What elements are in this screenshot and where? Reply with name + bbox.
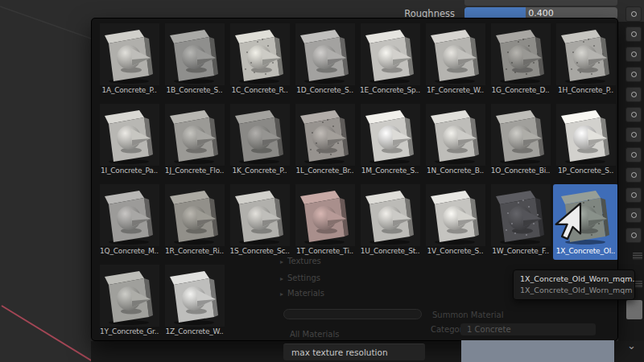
material-item[interactable]: 1P_Concrete_S..: [553, 104, 618, 184]
tooltip-title: 1X_Concrete_Old_Worn_mqm.: [520, 274, 628, 285]
material-label: 1E_Concrete_Sp..: [360, 86, 420, 94]
material-item[interactable]: 1J_Concrete_Flo..: [162, 104, 227, 184]
material-thumbnail: [556, 104, 616, 166]
section-row-textures[interactable]: ▸Textures: [280, 257, 321, 265]
decorate-dot-button[interactable]: [625, 67, 642, 82]
material-thumbnail: [361, 23, 420, 85]
material-label: 1P_Concrete_S..: [558, 167, 613, 175]
material-item[interactable]: 1N_Concrete_B..: [423, 104, 488, 184]
material-thumbnail: [165, 104, 225, 166]
material-label: 1K_Concrete_P..: [233, 167, 287, 175]
all-materials-dropdown[interactable]: All Materials: [290, 330, 339, 339]
material-item[interactable]: 1I_Concrete_Pa..: [97, 104, 162, 184]
ring-icon: [631, 72, 637, 77]
material-thumbnail: [556, 23, 616, 85]
ring-icon: [631, 132, 637, 138]
material-label: 1U_Concrete_St..: [361, 247, 420, 255]
material-label: 1B_Concrete_S..: [167, 86, 223, 94]
material-item[interactable]: 1W_Concrete_F..: [488, 184, 553, 265]
material-label: 1I_Concrete_Pa..: [101, 167, 158, 175]
material-label: 1Y_Concrete_Gr..: [100, 327, 159, 335]
chevron-down-icon[interactable]: ⌄: [627, 339, 636, 352]
decorate-dot-button[interactable]: [625, 6, 642, 22]
material-label: 1W_Concrete_F..: [492, 247, 549, 255]
decorate-dot-button[interactable]: [625, 147, 642, 162]
material-item[interactable]: 1B_Concrete_S..: [162, 23, 227, 104]
material-thumbnail: [491, 104, 551, 166]
material-item[interactable]: 1S_Concrete_Sc..: [227, 184, 292, 265]
material-thumbnail: [426, 184, 485, 246]
material-item[interactable]: 1Z_Concrete_W..: [162, 265, 227, 341]
material-item[interactable]: 1G_Concrete_D..: [488, 23, 553, 104]
material-item[interactable]: 1E_Concrete_Sp..: [357, 23, 423, 104]
panel-tab-button[interactable]: [626, 300, 642, 319]
material-label: 1A_Concrete_P..: [101, 86, 156, 94]
material-item[interactable]: 1D_Concrete_S..: [292, 23, 357, 104]
material-thumbnail: [295, 104, 355, 166]
blender-viewport: Roughness 0.400 ⌄ 1A_Concrete_P..1B_Conc…: [0, 0, 644, 362]
tooltip: 1X_Concrete_Old_Worn_mqm. 1X_Concrete_Ol…: [513, 269, 635, 300]
material-label: 1O_Concrete_Bi..: [491, 167, 551, 175]
material-thumbnail: [165, 23, 225, 85]
ring-icon: [631, 212, 637, 218]
ring-icon: [631, 112, 637, 117]
decorate-dot-button[interactable]: [625, 228, 642, 243]
material-item[interactable]: 1H_Concrete_P..: [553, 23, 618, 104]
material-item[interactable]: 1L_Concrete_Br..: [292, 104, 357, 184]
summon-material-header: Summon Material: [432, 311, 503, 319]
material-thumbnail: [491, 23, 551, 85]
material-label: 1Z_Concrete_W..: [165, 327, 223, 335]
material-item[interactable]: 1T_Concrete_Ti..: [292, 184, 357, 265]
material-item[interactable]: 1C_Concrete_R..: [227, 23, 292, 104]
category-dropdown[interactable]: 1 Concrete: [460, 323, 596, 335]
material-thumbnail: [100, 23, 159, 85]
material-item[interactable]: 1M_Concrete_S..: [357, 104, 423, 184]
material-label: 1T_Concrete_Ti..: [296, 247, 353, 255]
material-item[interactable]: 1U_Concrete_St..: [357, 184, 423, 265]
decorate-dot-button[interactable]: [625, 127, 642, 142]
decorate-dot-button[interactable]: [625, 47, 642, 62]
material-label: 1D_Concrete_S..: [296, 86, 353, 94]
decorate-dot-button[interactable]: [625, 167, 642, 183]
decorate-dot-button[interactable]: [625, 87, 642, 102]
material-thumbnail: [295, 23, 355, 85]
material-item[interactable]: 1K_Concrete_P..: [227, 104, 292, 184]
material-item[interactable]: 1A_Concrete_P..: [97, 23, 162, 104]
material-thumbnail: [295, 184, 355, 246]
material-thumbnail: [100, 104, 159, 166]
ring-icon: [631, 172, 637, 178]
ring-icon: [631, 11, 637, 17]
mouse-cursor-icon: [553, 202, 582, 240]
ring-icon: [631, 192, 637, 198]
material-label: 1V_Concrete_S..: [427, 247, 484, 255]
search-input[interactable]: [283, 309, 422, 319]
material-item[interactable]: 1R_Concrete_Ri..: [162, 184, 227, 265]
material-thumbnail: [165, 265, 225, 327]
clipped-slider[interactable]: [464, 0, 617, 6]
section-row-settings[interactable]: ▸Settings: [280, 274, 320, 282]
material-thumbnail: [230, 184, 290, 246]
material-item[interactable]: 1Y_Concrete_Gr..: [97, 265, 162, 341]
material-item[interactable]: 1V_Concrete_S..: [423, 184, 488, 265]
material-item[interactable]: 1O_Concrete_Bi..: [488, 104, 553, 184]
material-label: 1X_Concrete_Ol..: [556, 247, 616, 255]
decorate-dot-button[interactable]: [625, 208, 642, 223]
material-thumbnail: [165, 184, 225, 246]
decorate-dot-button[interactable]: [625, 107, 642, 122]
disclosure-triangle-icon: ▸: [280, 290, 283, 298]
decorate-dot-button[interactable]: [625, 187, 642, 203]
material-label: 1F_Concrete_W..: [427, 86, 484, 94]
grip-handle-icon[interactable]: [633, 253, 642, 260]
material-label: 1N_Concrete_B..: [427, 167, 484, 175]
material-label: 1R_Concrete_Ri..: [165, 247, 224, 255]
ring-icon: [631, 232, 637, 238]
material-thumbnail: [100, 265, 159, 327]
decorate-dot-button[interactable]: [625, 27, 642, 42]
section-row-materials[interactable]: ▸Materials: [280, 289, 324, 298]
material-thumbnail: [426, 104, 485, 166]
max-texture-resolution-field[interactable]: max texture resolution: [283, 343, 425, 360]
material-label: 1S_Concrete_Sc..: [229, 247, 289, 255]
material-label: 1C_Concrete_R..: [231, 86, 287, 94]
material-item[interactable]: 1F_Concrete_W..: [423, 23, 488, 104]
material-item[interactable]: 1Q_Concrete_M..: [97, 184, 162, 265]
